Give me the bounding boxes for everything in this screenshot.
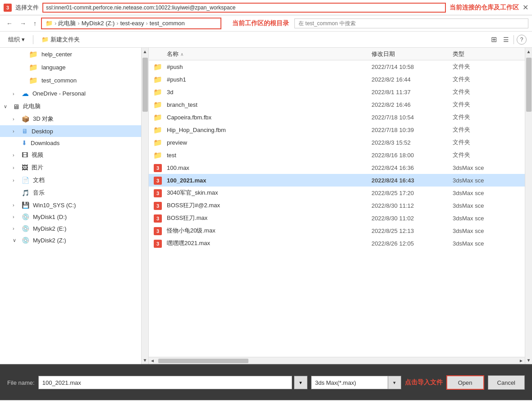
file-type: 3dsMax sce: [453, 202, 525, 209]
sidebar-scroll-thumb[interactable]: [142, 58, 148, 112]
filename-input[interactable]: [38, 376, 292, 389]
file-type: 文件夹: [453, 75, 525, 83]
sidebar-scrollbar[interactable]: ▲ ▼: [141, 48, 148, 364]
sidebar-item-videos[interactable]: › 🎞 视频: [0, 149, 141, 161]
file-icon-3ds: 3: [149, 214, 167, 223]
file-list-scrollbar[interactable]: ▲ ▼: [525, 48, 532, 364]
expand-icon: ›: [13, 152, 18, 158]
col-header-type[interactable]: 类型: [453, 50, 525, 58]
filetype-wrapper: ▾: [311, 376, 401, 389]
sidebar-item-onedrive[interactable]: › ☁ OneDrive - Personal: [0, 87, 141, 100]
file-date: 2022/8/25 17:20: [371, 190, 453, 196]
file-icon-3ds: 3: [149, 227, 167, 235]
table-row[interactable]: 3 怪物小龟20级.max 2022/8/25 12:13 3dsMax sce: [149, 224, 525, 237]
file-date: 2022/8/30 11:02: [371, 215, 453, 222]
back-button[interactable]: ←: [4, 18, 15, 29]
table-row[interactable]: 3 100_2021.max 2022/8/24 16:43 3dsMax sc…: [149, 174, 525, 187]
sidebar-item-desktop[interactable]: › 🖥 Desktop: [0, 125, 141, 137]
connection-path-input[interactable]: [42, 3, 446, 13]
h-scroll-thumb[interactable]: [158, 359, 248, 363]
col-header-date[interactable]: 修改日期: [371, 50, 453, 58]
breadcrumb-mydisk2z[interactable]: MyDisk2 (Z:): [82, 20, 115, 27]
file-date: 2022/8/2 16:46: [371, 101, 453, 108]
sidebar-item-mydisk2e[interactable]: › 💿 MyDisk2 (E:): [0, 223, 141, 234]
table-row[interactable]: 📁 preview 2022/8/3 15:52 文件夹: [149, 136, 525, 149]
breadcrumb-sep: ›: [55, 20, 56, 27]
table-row[interactable]: 3 嘿嘿嘿2021.max 2022/8/26 12:05 3dsMax sce: [149, 237, 525, 250]
file-name: 3d: [167, 89, 371, 96]
bottom-buttons: Open Cancel: [446, 375, 525, 390]
file-icon-folder: 📁: [149, 126, 167, 134]
sidebar-item-music[interactable]: 🎵 音乐: [0, 187, 141, 199]
table-row[interactable]: 📁 branch_test 2022/8/2 16:46 文件夹: [149, 98, 525, 111]
table-row[interactable]: 📁 test 2022/8/16 18:00 文件夹: [149, 149, 525, 161]
sidebar-item-computer[interactable]: ∨ 🖥 此电脑: [0, 100, 141, 113]
3ds-badge: 3: [154, 240, 162, 248]
sep2: ›: [116, 20, 118, 27]
scroll-down-arrow[interactable]: ▼: [142, 356, 149, 364]
table-row[interactable]: 📁 #push 2022/7/14 10:58 文件夹: [149, 60, 525, 73]
scroll-up-arrow[interactable]: ▲: [142, 48, 149, 55]
cancel-button[interactable]: Cancel: [488, 375, 525, 390]
breadcrumb-folder-icon: 📁: [46, 20, 53, 27]
scroll-left-arrow[interactable]: ◄: [149, 358, 156, 363]
horizontal-scrollbar[interactable]: ◄ ►: [149, 357, 525, 364]
file-icon-folder: 📁: [149, 151, 167, 159]
col-header-name[interactable]: 名称 ∧: [149, 50, 371, 58]
organize-button[interactable]: 组织 ▾: [5, 35, 28, 45]
file-type: 文件夹: [453, 63, 525, 71]
scroll-up-arrow[interactable]: ▲: [525, 48, 532, 55]
breadcrumb-test-common[interactable]: test_common: [150, 20, 185, 27]
forward-button[interactable]: →: [17, 18, 29, 29]
filename-dropdown-arrow[interactable]: ▾: [294, 376, 307, 389]
file-type: 3dsMax sce: [453, 215, 525, 222]
open-button[interactable]: Open: [446, 375, 484, 390]
sidebar-item-mydisk2z[interactable]: ∨ 💿 MyDisk2 (Z:): [0, 234, 141, 246]
up-button[interactable]: ↑: [31, 18, 39, 29]
file-date: 2022/8/30 11:12: [371, 202, 453, 209]
sidebar-item-mydisk1d[interactable]: › 💿 MyDisk1 (D:): [0, 211, 141, 223]
view-list-button[interactable]: ☰: [501, 35, 511, 44]
table-row[interactable]: 3 BOSS狂刀#@2.max 2022/8/30 11:12 3dsMax s…: [149, 199, 525, 212]
table-row[interactable]: 📁 3d 2022/8/1 11:37 文件夹: [149, 86, 525, 98]
search-input[interactable]: [294, 18, 528, 28]
organize-dropdown-icon: ▾: [22, 36, 25, 43]
sidebar-item-test-common[interactable]: 📁 test_common: [0, 74, 141, 87]
sidebar-item-pictures[interactable]: › 🖼 图片: [0, 161, 141, 174]
sidebar-item-downloads[interactable]: ⬇ Downloads: [0, 137, 141, 149]
toolbar-separator: [33, 35, 33, 44]
new-folder-label: 新建文件夹: [50, 36, 80, 44]
close-button[interactable]: ✕: [523, 3, 528, 12]
table-row[interactable]: 📁 Capoeira.fbm.fbx 2022/7/18 10:54 文件夹: [149, 111, 525, 123]
disk-icon: 💿: [22, 225, 29, 232]
sidebar-item-help-center[interactable]: 📁 help_center: [0, 48, 141, 61]
sidebar-label: 视频: [32, 151, 43, 159]
sidebar-label: 音乐: [33, 189, 45, 197]
video-icon: 🎞: [22, 151, 28, 159]
file-icon-folder: 📁: [149, 63, 167, 71]
sidebar-item-3dobjects[interactable]: › 📦 3D 对象: [0, 113, 141, 125]
breadcrumb-computer[interactable]: 此电脑: [58, 19, 76, 27]
table-row[interactable]: 📁 Hip_Hop_Dancing.fbm 2022/7/18 10:39 文件…: [149, 123, 525, 136]
v-scroll-thumb[interactable]: [526, 58, 532, 112]
table-row[interactable]: 📁 #push1 2022/8/2 16:44 文件夹: [149, 73, 525, 86]
view-grid-button[interactable]: ⊞: [489, 34, 499, 45]
filetype-dropdown-arrow[interactable]: ▾: [388, 376, 401, 389]
file-icon-3ds: 3: [149, 201, 167, 210]
file-name: #push: [167, 64, 371, 70]
table-row[interactable]: 3 3040军官_skin.max 2022/8/25 17:20 3dsMax…: [149, 187, 525, 199]
sidebar-label: Win10_SYS (C:): [33, 202, 76, 209]
toolbar: 组织 ▾ 📁 新建文件夹 ⊞ ☰ ?: [0, 32, 532, 48]
sidebar-item-language[interactable]: 📁 language: [0, 61, 141, 74]
help-button[interactable]: ?: [517, 35, 527, 45]
sidebar: 📁 help_center 📁 language 📁 test_common ›…: [0, 48, 141, 364]
file-type: 文件夹: [453, 151, 525, 159]
scroll-right-arrow[interactable]: ►: [518, 358, 525, 363]
table-row[interactable]: 3 100.max 2022/8/24 16:36 3dsMax sce: [149, 161, 525, 174]
table-row[interactable]: 3 BOSS狂刀.max 2022/8/30 11:02 3dsMax sce: [149, 212, 525, 224]
new-folder-button[interactable]: 📁 新建文件夹: [39, 35, 83, 45]
sidebar-item-win10sys[interactable]: › 💾 Win10_SYS (C:): [0, 199, 141, 211]
sidebar-item-documents[interactable]: › 📄 文档: [0, 174, 141, 187]
breadcrumb-test-easy[interactable]: test-easy: [120, 20, 144, 27]
scroll-down-arrow[interactable]: ▼: [525, 356, 532, 364]
